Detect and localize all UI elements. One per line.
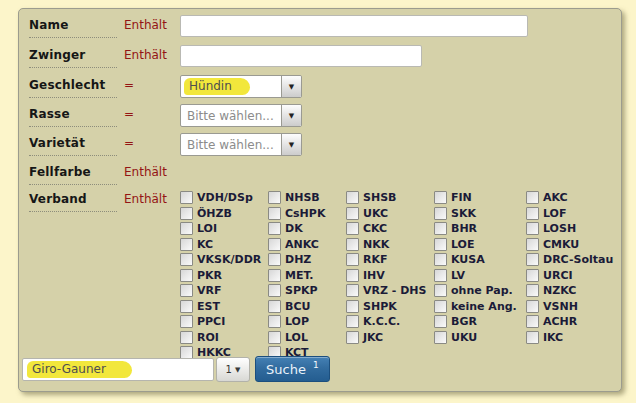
checkbox-item-est[interactable]: EST	[180, 299, 268, 315]
checkbox-box[interactable]	[526, 269, 539, 282]
checkbox-item-cshpk[interactable]: CsHPK	[268, 206, 346, 222]
page-selector[interactable]: 1 ▼	[216, 357, 250, 382]
checkbox-item-uku[interactable]: UKU	[434, 330, 526, 346]
checkbox-item-ppci[interactable]: PPCI	[180, 314, 268, 330]
checkbox-item-vrf[interactable]: VRF	[180, 283, 268, 299]
checkbox-box[interactable]	[526, 284, 539, 297]
checkbox-item-urci[interactable]: URCI	[526, 268, 621, 284]
checkbox-item-ohne-pap[interactable]: ohne Pap.	[434, 283, 526, 299]
checkbox-item-nkk[interactable]: NKK	[346, 237, 434, 253]
checkbox-item-lof[interactable]: LOF	[526, 206, 621, 222]
suche-button[interactable]: Suche 1	[255, 356, 330, 382]
checkbox-box[interactable]	[268, 238, 281, 251]
rasse-select[interactable]: Bitte wählen... ▼	[180, 104, 302, 127]
checkbox-item-roi[interactable]: ROI	[180, 330, 268, 346]
checkbox-item-kc[interactable]: KC	[180, 237, 268, 253]
checkbox-item-fin[interactable]: FIN	[434, 190, 526, 206]
checkbox-box[interactable]	[434, 222, 447, 235]
checkbox-box[interactable]	[434, 253, 447, 266]
checkbox-box[interactable]	[434, 238, 447, 251]
checkbox-item-lol[interactable]: LOL	[268, 330, 346, 346]
checkbox-item-shpk[interactable]: SHPK	[346, 299, 434, 315]
checkbox-item-lv[interactable]: LV	[434, 268, 526, 284]
checkbox-box[interactable]	[268, 269, 281, 282]
checkbox-box[interactable]	[434, 191, 447, 204]
checkbox-item-losh[interactable]: LOSH	[526, 221, 621, 237]
checkbox-item-vsnh[interactable]: VSNH	[526, 299, 621, 315]
checkbox-item-lop[interactable]: LOP	[268, 314, 346, 330]
checkbox-box[interactable]	[268, 191, 281, 204]
checkbox-box[interactable]	[268, 253, 281, 266]
checkbox-box[interactable]	[268, 331, 281, 344]
checkbox-item-cmku[interactable]: CMKU	[526, 237, 621, 253]
checkbox-item-met[interactable]: MET.	[268, 268, 346, 284]
dropdown-arrow-icon[interactable]: ▼	[281, 134, 301, 155]
checkbox-box[interactable]	[346, 331, 359, 344]
checkbox-item-keine-ang[interactable]: keine Ang.	[434, 299, 526, 315]
checkbox-box[interactable]	[346, 222, 359, 235]
checkbox-box[interactable]	[346, 284, 359, 297]
checkbox-box[interactable]	[434, 284, 447, 297]
checkbox-box[interactable]	[526, 300, 539, 313]
checkbox-item-öhzb[interactable]: ÖHZB	[180, 206, 268, 222]
quick-search-input[interactable]: Giro-Gauner	[22, 358, 214, 381]
checkbox-item-k-c-c[interactable]: K.C.C.	[346, 314, 434, 330]
checkbox-box[interactable]	[180, 300, 193, 313]
checkbox-item-ukc[interactable]: UKC	[346, 206, 434, 222]
geschlecht-select[interactable]: Hündin ▼	[180, 75, 302, 98]
checkbox-box[interactable]	[268, 300, 281, 313]
checkbox-box[interactable]	[180, 207, 193, 220]
checkbox-item-vksk-ddr[interactable]: VKSK/DDR	[180, 252, 268, 268]
checkbox-item-nzkc[interactable]: NZKC	[526, 283, 621, 299]
checkbox-box[interactable]	[434, 331, 447, 344]
checkbox-box[interactable]	[180, 191, 193, 204]
checkbox-box[interactable]	[526, 253, 539, 266]
checkbox-box[interactable]	[346, 300, 359, 313]
checkbox-box[interactable]	[346, 238, 359, 251]
dropdown-arrow-icon[interactable]: ▼	[281, 105, 301, 126]
checkbox-box[interactable]	[180, 331, 193, 344]
checkbox-box[interactable]	[268, 222, 281, 235]
checkbox-item-bgr[interactable]: BGR	[434, 314, 526, 330]
checkbox-item-jkc[interactable]: JKC	[346, 330, 434, 346]
checkbox-box[interactable]	[434, 269, 447, 282]
checkbox-item-dk[interactable]: DK	[268, 221, 346, 237]
checkbox-item-nhsb[interactable]: NHSB	[268, 190, 346, 206]
checkbox-item-pkr[interactable]: PKR	[180, 268, 268, 284]
checkbox-item-vrz-dhs[interactable]: VRZ - DHS	[346, 283, 434, 299]
checkbox-box[interactable]	[268, 207, 281, 220]
checkbox-item-spkp[interactable]: SPKP	[268, 283, 346, 299]
checkbox-box[interactable]	[434, 207, 447, 220]
checkbox-box[interactable]	[346, 269, 359, 282]
checkbox-box[interactable]	[346, 191, 359, 204]
dropdown-arrow-icon[interactable]: ▼	[281, 76, 301, 97]
checkbox-box[interactable]	[346, 315, 359, 328]
checkbox-item-shsb[interactable]: SHSB	[346, 190, 434, 206]
checkbox-item-ankc[interactable]: ANKC	[268, 237, 346, 253]
checkbox-box[interactable]	[180, 269, 193, 282]
checkbox-box[interactable]	[180, 284, 193, 297]
checkbox-item-drc-soltau[interactable]: DRC-Soltau	[526, 252, 621, 268]
checkbox-item-loi[interactable]: LOI	[180, 221, 268, 237]
checkbox-box[interactable]	[268, 284, 281, 297]
checkbox-box[interactable]	[180, 315, 193, 328]
checkbox-item-achr[interactable]: ACHR	[526, 314, 621, 330]
checkbox-box[interactable]	[526, 191, 539, 204]
checkbox-item-loe[interactable]: LOE	[434, 237, 526, 253]
checkbox-item-ckc[interactable]: CKC	[346, 221, 434, 237]
checkbox-box[interactable]	[346, 207, 359, 220]
checkbox-item-ikc[interactable]: IKC	[526, 330, 621, 346]
zwinger-input[interactable]	[180, 45, 422, 67]
name-input[interactable]	[180, 15, 528, 37]
checkbox-box[interactable]	[526, 238, 539, 251]
checkbox-item-ihv[interactable]: IHV	[346, 268, 434, 284]
checkbox-item-dhz[interactable]: DHZ	[268, 252, 346, 268]
checkbox-item-bhr[interactable]: BHR	[434, 221, 526, 237]
checkbox-item-kusa[interactable]: KUSA	[434, 252, 526, 268]
checkbox-item-skk[interactable]: SKK	[434, 206, 526, 222]
checkbox-box[interactable]	[526, 315, 539, 328]
checkbox-box[interactable]	[180, 238, 193, 251]
checkbox-item-vdh-dsp[interactable]: VDH/DSp	[180, 190, 268, 206]
checkbox-box[interactable]	[526, 222, 539, 235]
checkbox-box[interactable]	[180, 222, 193, 235]
